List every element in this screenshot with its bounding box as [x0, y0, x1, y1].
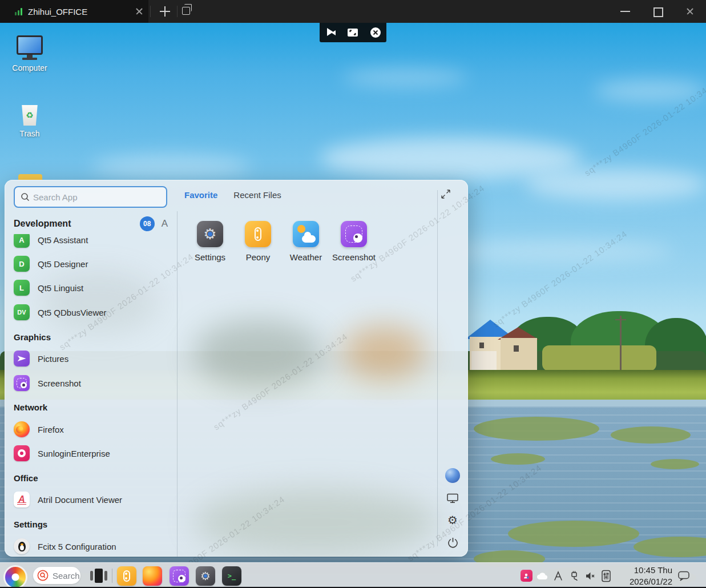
tray-network-icon[interactable] [566, 563, 582, 588]
favorites-tabs: Favorite Recent Files [184, 190, 281, 200]
taskbar-clock[interactable]: 10:45 Thu 2026/01/22 [626, 565, 672, 587]
qt5-assistant-icon: A [14, 234, 30, 248]
sort-letter[interactable]: A [162, 218, 168, 229]
taskbar-settings[interactable]: ⚙ [196, 566, 215, 586]
desktop-icon-folder-partial[interactable] [18, 174, 42, 180]
qt5-designer-icon: D [14, 256, 30, 272]
qt5-linguist-icon: L [14, 280, 30, 296]
remote-session-toolbar [320, 23, 386, 42]
power-icon[interactable] [444, 534, 461, 551]
signal-bars-icon [15, 7, 22, 15]
favorite-settings[interactable]: ⚙ Settings [186, 221, 234, 262]
fullscreen-icon[interactable] [346, 27, 359, 38]
category-label: Development [14, 219, 140, 229]
desktop-icon-label: Trash [2, 129, 57, 138]
notification-center-icon[interactable] [676, 563, 692, 588]
tray-cloud-icon[interactable] [534, 563, 550, 588]
section-header-graphics: Graphics [14, 325, 172, 349]
user-avatar[interactable] [444, 467, 461, 484]
tab-favorite[interactable]: Favorite [184, 190, 217, 200]
close-session-icon[interactable] [370, 27, 381, 38]
trash-icon: ♻ [21, 105, 38, 126]
app-item-qt5-designer[interactable]: D Qt5 Designer [14, 252, 172, 276]
session-tab[interactable]: Zhihui_OFFICE [0, 0, 148, 23]
start-menu-panel: Development 08 A A Qt5 Assistant D Qt5 D… [5, 180, 468, 557]
app-item-fcitx5[interactable]: Fcitx 5 Configuration [14, 534, 172, 557]
section-header-network: Network [14, 395, 172, 419]
section-header-office: Office [14, 466, 172, 490]
tray-sunlogin-icon[interactable] [518, 563, 534, 588]
app-search-box[interactable] [14, 186, 167, 208]
maximize-icon[interactable] [653, 7, 663, 17]
tray-volume-muted-icon[interactable] [582, 563, 598, 588]
taskbar-separator [112, 569, 112, 583]
section-header-settings: Settings [14, 512, 172, 536]
category-count-badge[interactable]: 08 [140, 216, 155, 231]
search-icon [37, 570, 49, 581]
fit-resolution-icon[interactable] [325, 27, 336, 38]
start-menu-button[interactable] [3, 565, 27, 588]
close-tab-icon[interactable] [135, 7, 143, 15]
desktop-icon-trash[interactable]: ♻ Trash [2, 105, 57, 138]
qt5-qdbusviewer-icon: DV [14, 304, 30, 320]
tab-title: Zhihui_OFFICE [28, 7, 87, 17]
clock-date: 2026/01/22 [626, 576, 672, 587]
close-window-icon[interactable] [686, 7, 694, 15]
screenshot-icon [14, 375, 30, 391]
taskbar-peony[interactable] [117, 566, 136, 586]
atril-icon: A [14, 492, 30, 508]
desktop-icon-computer[interactable]: Computer [2, 35, 57, 73]
app-item-pictures[interactable]: Pictures [14, 347, 172, 370]
pictures-icon [14, 351, 30, 367]
minimize-icon[interactable] [620, 11, 630, 12]
settings-gear-icon[interactable]: ⚙ [444, 512, 461, 529]
system-tray [518, 563, 614, 588]
taskbar-screenshot[interactable] [170, 566, 189, 586]
taskbar-terminal[interactable]: >_ [222, 566, 241, 586]
favorite-peony[interactable]: Peony [234, 221, 282, 262]
settings-app-icon: ⚙ [197, 221, 223, 247]
tab-recent-files[interactable]: Recent Files [233, 190, 281, 200]
app-item-qt5-qdbusviewer[interactable]: DV Qt5 QDbusViewer [14, 300, 172, 324]
menu-column-divider [177, 211, 177, 557]
category-header-development: Development 08 A [14, 214, 172, 234]
clock-time: 10:45 Thu [626, 565, 672, 576]
app-item-firefox[interactable]: Firefox [14, 417, 172, 441]
weather-icon [293, 221, 319, 247]
app-item-sunlogin[interactable]: SunloginEnterprise [14, 441, 172, 465]
desktop-icon-label: Computer [2, 63, 57, 73]
favorite-screenshot[interactable]: Screenshot [330, 221, 378, 262]
app-item-atril[interactable]: A Atril Document Viewer [14, 488, 172, 512]
sunlogin-icon [14, 445, 30, 461]
peony-icon [245, 221, 271, 247]
taskbar-firefox[interactable] [143, 566, 162, 586]
app-item-qt5-assistant[interactable]: A Qt5 Assistant [14, 234, 172, 252]
app-item-qt5-linguist[interactable]: L Qt5 Linguist [14, 276, 172, 300]
remote-desktop-window: sq***zy B4960F 2026-01-22 10:34:24 sq***… [0, 0, 706, 588]
tray-input-method-icon[interactable] [550, 563, 566, 588]
favorite-weather[interactable]: Weather [282, 221, 330, 262]
computer-icon [2, 35, 57, 60]
screenshot-icon [341, 221, 367, 247]
search-input[interactable] [30, 192, 166, 202]
tray-control-panel-icon[interactable] [598, 563, 614, 588]
app-item-screenshot[interactable]: Screenshot [14, 371, 172, 395]
duplicate-session-icon[interactable] [182, 7, 190, 15]
monitor-icon[interactable] [444, 489, 461, 506]
titlebar: Zhihui_OFFICE [0, 0, 706, 23]
taskbar-search[interactable]: Search [33, 567, 80, 584]
new-tab-icon[interactable] [160, 6, 170, 17]
task-view-button[interactable] [90, 568, 107, 583]
firefox-icon [14, 421, 30, 437]
taskbar: Search ⚙ >_ [0, 562, 706, 588]
search-icon [21, 192, 30, 202]
app-list: A Qt5 Assistant D Qt5 Designer L Qt5 Lin… [5, 234, 177, 557]
menu-side-actions: ⚙ [437, 180, 468, 557]
fcitx5-icon [14, 538, 30, 554]
